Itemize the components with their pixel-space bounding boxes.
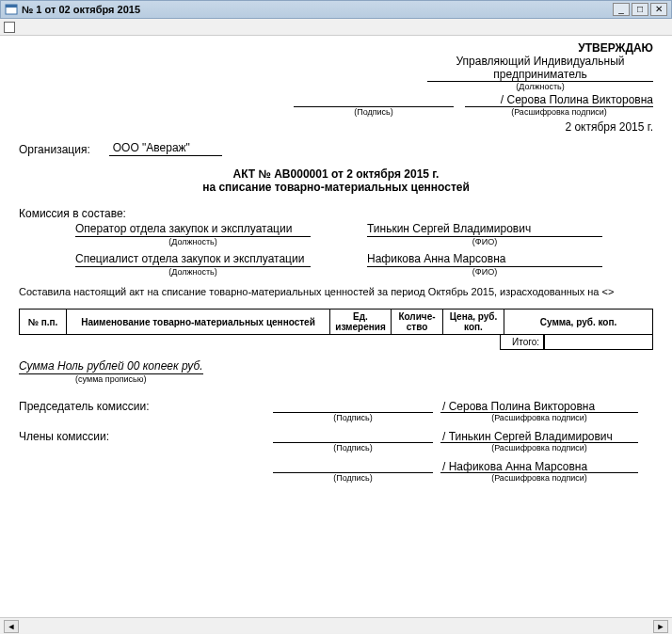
- organization-row: Организация: ООО "Авераж": [19, 141, 653, 156]
- th-price: Цена, руб. коп.: [443, 310, 504, 335]
- name-caption: (Расшифровка подписи): [440, 443, 638, 452]
- approve-name: / Серова Полина Викторовна: [501, 93, 653, 106]
- window-controls: _ □ ✕: [613, 3, 667, 16]
- signature-row: Председатель комиссии: / Серова Полина В…: [19, 400, 653, 413]
- commission-block: Комиссия в составе: Оператор отдела заку…: [19, 207, 653, 297]
- members-label: Члены комиссии:: [19, 430, 160, 443]
- approve-sign-caption: (Подпись): [294, 107, 454, 117]
- scroll-right-icon[interactable]: ►: [653, 620, 668, 633]
- minimize-button[interactable]: _: [613, 3, 630, 16]
- amount-words: Сумма Ноль рублей 00 копеек руб. (сумма …: [19, 359, 203, 384]
- amount-caption: (сумма прописью): [19, 374, 203, 384]
- approve-position-caption: (Должность): [427, 82, 653, 91]
- period-text: Составила настоящий акт на списание това…: [19, 286, 653, 297]
- sign-caption: (Подпись): [273, 413, 433, 422]
- signature-line: [273, 400, 433, 413]
- document-content: УТВЕРЖДАЮ Управляющий Индивидуальный пре…: [0, 36, 672, 617]
- signatures-block: Председатель комиссии: / Серова Полина В…: [19, 400, 653, 483]
- name-caption: (ФИО): [367, 237, 602, 246]
- signature-row: Члены комиссии: / Тинькин Сергей Владими…: [19, 430, 653, 443]
- role-caption: (Должность): [75, 267, 311, 277]
- approve-title: УТВЕРЖДАЮ: [19, 41, 653, 55]
- total-label: Итого:: [500, 335, 544, 350]
- maximize-button[interactable]: □: [632, 3, 648, 16]
- member-role: Специалист отдела закупок и эксплуатации: [75, 252, 311, 267]
- th-num: № п.п.: [20, 310, 67, 335]
- organization-value: ООО "Авераж": [109, 141, 222, 156]
- amount-text: Сумма Ноль рублей 00 копеек руб.: [19, 359, 203, 374]
- app-icon: [5, 3, 18, 16]
- th-sum: Сумма, руб. коп.: [504, 310, 653, 335]
- signature-line: [273, 460, 433, 473]
- act-title: АКТ № АВ000001 от 2 октября 2015 г.: [19, 167, 653, 181]
- sign-caption: (Подпись): [273, 443, 433, 452]
- total-row: Итого:: [19, 335, 653, 350]
- window-titlebar: № 1 от 02 октября 2015 _ □ ✕: [0, 0, 672, 19]
- signature-name: / Тинькин Сергей Владимирович: [440, 430, 638, 443]
- statusbar: ◄ ►: [0, 617, 672, 634]
- close-button[interactable]: ✕: [650, 3, 667, 16]
- approve-name-caption: (Расшифровка подписи): [465, 107, 653, 117]
- toolbar: [0, 19, 672, 36]
- name-caption: (ФИО): [367, 267, 602, 277]
- approve-block: УТВЕРЖДАЮ Управляющий Индивидуальный пре…: [19, 41, 653, 134]
- th-unit: Ед. измерения: [330, 310, 392, 335]
- approve-position: Управляющий Индивидуальный предпринимате…: [427, 55, 653, 81]
- th-qty: Количе-ство: [392, 310, 443, 335]
- name-caption: (Расшифровка подписи): [440, 473, 638, 483]
- organization-label: Организация:: [19, 143, 90, 156]
- member-role: Оператор отдела закупок и эксплуатации: [75, 222, 311, 237]
- name-caption: (Расшифровка подписи): [440, 413, 638, 422]
- th-name: Наименование товарно-материальных ценнос…: [67, 310, 330, 335]
- signature-row: / Нафикова Анна Марсовна: [19, 460, 653, 473]
- commission-label: Комиссия в составе:: [19, 207, 653, 220]
- toolbar-button[interactable]: [4, 22, 15, 33]
- approve-date: 2 октября 2015 г.: [19, 120, 653, 134]
- member-name: Нафикова Анна Марсовна: [367, 252, 602, 267]
- signature-name: / Серова Полина Викторовна: [440, 400, 638, 413]
- commission-member: Оператор отдела закупок и эксплуатации Т…: [19, 222, 653, 237]
- sign-caption: (Подпись): [273, 473, 433, 483]
- svg-rect-1: [6, 5, 17, 8]
- signature-name: / Нафикова Анна Марсовна: [440, 460, 638, 473]
- role-caption: (Должность): [75, 237, 311, 246]
- window-title: № 1 от 02 октября 2015: [22, 4, 613, 15]
- items-table: № п.п. Наименование товарно-материальных…: [19, 309, 653, 335]
- scroll-left-icon[interactable]: ◄: [4, 620, 19, 633]
- act-subtitle: на списание товарно-материальных ценност…: [19, 181, 653, 194]
- signature-line: [273, 430, 433, 443]
- commission-member: Специалист отдела закупок и эксплуатации…: [19, 252, 653, 267]
- member-name: Тинькин Сергей Владимирович: [367, 222, 602, 237]
- chairman-label: Председатель комиссии:: [19, 400, 160, 413]
- total-value: [544, 335, 653, 350]
